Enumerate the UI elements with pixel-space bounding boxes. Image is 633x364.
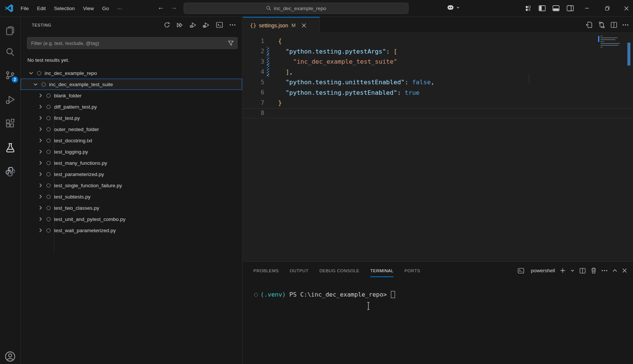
split-editor-icon[interactable] (611, 22, 617, 28)
run-tests-with-coverage-icon[interactable] (202, 21, 211, 30)
tree-indent-guide (54, 107, 54, 253)
search-value: inc_dec_example_repo (274, 6, 326, 11)
panel-tab-output[interactable]: OUTPUT (290, 262, 308, 279)
tree-item-label: test_logging.py (54, 149, 88, 155)
toggle-secondary-sidebar-icon[interactable] (567, 5, 574, 11)
tree-item-label: test_many_functions.py (54, 160, 107, 166)
panel-tab-terminal[interactable]: TERMINAL (370, 262, 394, 279)
close-panel-icon[interactable] (622, 268, 627, 273)
panel-more-actions-icon[interactable] (602, 270, 608, 272)
line-number: 2 (243, 48, 264, 55)
run-all-tests-icon[interactable] (175, 21, 184, 30)
tree-item-label: test_subtests.py (54, 194, 91, 200)
tab-settings-json[interactable]: {} settings.json M (243, 17, 320, 33)
line-number: 5 (243, 79, 264, 86)
copilot-button[interactable] (447, 4, 460, 10)
customize-layout-icon[interactable] (525, 5, 531, 12)
test-filter-input[interactable] (27, 40, 228, 46)
window-restore-button[interactable] (600, 0, 614, 16)
test-state-circle-icon (46, 195, 51, 199)
explorer-icon[interactable] (0, 21, 20, 40)
tree-item-inc_dec_example_test_suite[interactable]: inc_dec_example_test_suite (21, 79, 242, 90)
test-state-circle-icon (42, 82, 46, 87)
tab-close-icon[interactable] (301, 23, 307, 28)
split-terminal-icon[interactable] (579, 268, 586, 274)
extensions-icon[interactable] (0, 114, 20, 133)
powershell-terminal-icon (518, 268, 524, 274)
account-icon[interactable] (0, 347, 20, 364)
gutter-modified-indicator (267, 67, 269, 77)
panel-tab-bar: PROBLEMSOUTPUTDEBUG CONSOLETERMINALPORTS (253, 262, 431, 279)
panel-tab-ports[interactable]: PORTS (404, 262, 420, 279)
debug-all-tests-icon[interactable] (189, 21, 198, 30)
code-text: { (278, 37, 282, 45)
editor-group: {} settings.json M (243, 17, 633, 261)
code-line-3[interactable]: 3 "inc_dec_example_test_suite" (243, 57, 633, 67)
terminal-shell-label[interactable]: powershell (531, 268, 555, 273)
code-editor[interactable]: 1{2 "python.testing.pytestArgs": [3 "inc… (243, 36, 633, 118)
copilot-icon (447, 4, 454, 10)
run-and-debug-icon[interactable] (0, 90, 20, 109)
refresh-tests-icon[interactable] (162, 21, 171, 30)
tree-item-label: outer_nested_folder (54, 127, 99, 132)
menu-selection[interactable]: Selection (50, 4, 79, 13)
open-changes-icon[interactable] (586, 21, 593, 28)
code-line-6[interactable]: 6 "python.testing.pytestEnabled": true (243, 88, 633, 98)
filter-funnel-icon[interactable] (228, 40, 234, 46)
terminal-prompt-line[interactable]: (.venv) PS C:\inc_dec_example_repo> (254, 291, 395, 298)
new-terminal-icon[interactable] (560, 268, 566, 273)
panel-tab-problems[interactable]: PROBLEMS (253, 262, 279, 279)
test-state-circle-icon (46, 228, 51, 233)
code-line-7[interactable]: 7} (243, 98, 633, 108)
kill-terminal-icon[interactable] (591, 267, 597, 274)
menu-edit[interactable]: Edit (33, 4, 50, 13)
editor-more-actions-icon[interactable] (623, 24, 629, 26)
forward-arrow-icon[interactable]: → (171, 3, 177, 11)
menu-file[interactable]: File (16, 4, 33, 13)
scrollbar-decoration[interactable] (627, 43, 630, 66)
code-line-4[interactable]: 4 ], (243, 67, 633, 78)
chevron-collapsed-icon (37, 171, 43, 177)
activity-bar: 2 (0, 17, 21, 364)
tree-item-label: inc_dec_example_test_suite (49, 82, 113, 87)
testing-icon[interactable] (0, 138, 20, 157)
code-line-2[interactable]: 2 "python.testing.pytestArgs": [ (243, 46, 633, 57)
tree-item-inc_dec_example_repo[interactable]: inc_dec_example_repo (21, 67, 242, 79)
test-results-status: No test results yet. (27, 57, 69, 63)
source-control-icon[interactable]: 2 (0, 66, 20, 85)
menu-go[interactable]: Go (98, 4, 113, 13)
panel-tab-debug-console[interactable]: DEBUG CONSOLE (319, 262, 359, 279)
tree-item-label: test_wait_parameterized.py (54, 228, 116, 233)
maximize-panel-icon[interactable] (612, 269, 617, 272)
tree-item-label: test_docstring.txt (54, 138, 92, 143)
python-icon[interactable] (0, 162, 20, 181)
code-line-1[interactable]: 1{ (243, 36, 633, 46)
tree-item-label: test_unit_and_pytest_combo.py (54, 216, 126, 222)
code-line-5[interactable]: 5 "python.testing.unittestEnabled": fals… (243, 77, 633, 88)
tree-item-label: first_test.py (54, 115, 80, 121)
minimap[interactable] (598, 34, 627, 48)
window-minimize-button[interactable] (580, 0, 594, 16)
terminal-launch-chevron-icon[interactable] (570, 269, 575, 273)
gutter-modified-indicator (267, 47, 269, 57)
chevron-collapsed-icon (37, 160, 43, 166)
toggle-primary-sidebar-icon[interactable] (539, 5, 546, 11)
title-bar: FileEditSelectionViewGo··· ← → inc_dec_e… (0, 0, 633, 17)
compare-changes-icon[interactable] (598, 21, 605, 28)
toggle-panel-icon[interactable] (552, 5, 560, 11)
search-sidebar-icon[interactable] (0, 43, 20, 61)
open-test-terminal-icon[interactable] (215, 21, 224, 30)
command-center-search[interactable]: inc_dec_example_repo (184, 3, 409, 14)
code-line-8[interactable]: 8 (243, 108, 633, 119)
menu-[interactable]: ··· (113, 4, 127, 13)
sidebar-more-actions-icon[interactable] (228, 21, 237, 30)
menu-view[interactable]: View (79, 4, 98, 13)
tree-item-label: inc_dec_example_repo (45, 70, 97, 76)
editor-actions (586, 17, 629, 33)
back-arrow-icon[interactable]: ← (157, 3, 164, 11)
tree-item-label: test_two_classes.py (54, 205, 99, 211)
window-close-button[interactable] (620, 0, 633, 16)
json-file-icon: {} (250, 22, 256, 28)
tree-item-blank_folder[interactable]: blank_folder (21, 90, 242, 101)
mouse-ibeam-cursor (366, 301, 371, 310)
